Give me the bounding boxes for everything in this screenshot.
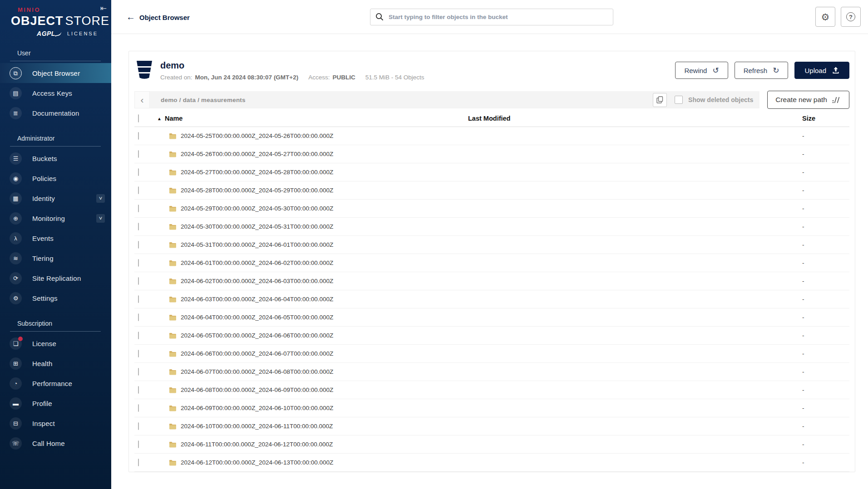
sidebar-item-access-keys[interactable]: ▤ Access Keys ˅ — [0, 83, 111, 103]
sidebar-section-label: Administrator — [0, 132, 111, 146]
row-checkbox[interactable] — [138, 277, 139, 285]
sidebar-item-inspect[interactable]: ⊟ Inspect ˅ — [0, 413, 111, 433]
row-checkbox[interactable] — [138, 386, 139, 394]
object-name[interactable]: 2024-06-04T00:00:00.000Z_2024-06-05T00:0… — [181, 314, 333, 321]
help-button[interactable]: ? — [841, 7, 861, 27]
search-icon — [375, 12, 384, 21]
object-size: - — [799, 132, 849, 139]
row-checkbox[interactable] — [138, 168, 139, 176]
row-checkbox[interactable] — [138, 205, 139, 212]
table-row[interactable]: 2024-06-11T00:00:00.000Z_2024-06-12T00:0… — [134, 435, 849, 454]
row-checkbox[interactable] — [138, 259, 139, 267]
sidebar-item-performance[interactable]: ◔ Performance ˅ — [0, 373, 111, 393]
table-row[interactable]: 2024-06-08T00:00:00.000Z_2024-06-09T00:0… — [134, 381, 849, 399]
show-deleted-checkbox[interactable] — [675, 96, 683, 104]
row-checkbox[interactable] — [138, 459, 139, 466]
settings-button[interactable]: ⚙ — [815, 7, 835, 27]
sidebar-item-label: Identity — [32, 195, 55, 202]
object-name[interactable]: 2024-05-25T00:00:00.000Z_2024-05-26T00:0… — [181, 132, 333, 139]
table-row[interactable]: 2024-06-09T00:00:00.000Z_2024-06-10T00:0… — [134, 399, 849, 417]
table-row[interactable]: 2024-06-07T00:00:00.000Z_2024-06-08T00:0… — [134, 363, 849, 381]
object-name[interactable]: 2024-05-30T00:00:00.000Z_2024-05-31T00:0… — [181, 223, 333, 230]
table-row[interactable]: 2024-05-28T00:00:00.000Z_2024-05-29T00:0… — [134, 181, 849, 200]
table-row[interactable]: 2024-06-12T00:00:00.000Z_2024-06-13T00:0… — [134, 454, 849, 472]
sidebar-item-health[interactable]: ⊞ Health ˅ — [0, 353, 111, 373]
object-name[interactable]: 2024-05-29T00:00:00.000Z_2024-05-30T00:0… — [181, 205, 333, 212]
sidebar-item-site-replication[interactable]: ⟳ Site Replication ˅ — [0, 268, 111, 288]
row-checkbox[interactable] — [138, 241, 139, 249]
table-row[interactable]: 2024-06-05T00:00:00.000Z_2024-06-06T00:0… — [134, 327, 849, 345]
object-name[interactable]: 2024-05-26T00:00:00.000Z_2024-05-27T00:0… — [181, 151, 333, 157]
sidebar-item-events[interactable]: λ Events ˅ — [0, 228, 111, 248]
object-size: - — [799, 459, 849, 466]
performance-icon: ◔ — [10, 377, 22, 390]
sidebar-item-profile[interactable]: ▬ Profile ˅ — [0, 393, 111, 413]
select-all-checkbox[interactable] — [138, 114, 139, 122]
object-name[interactable]: 2024-06-01T00:00:00.000Z_2024-06-02T00:0… — [181, 259, 333, 266]
row-checkbox[interactable] — [138, 422, 139, 430]
sidebar-item-monitoring[interactable]: ⊕ Monitoring ˅ — [0, 208, 111, 228]
row-checkbox[interactable] — [138, 313, 139, 321]
row-checkbox[interactable] — [138, 186, 139, 194]
object-name[interactable]: 2024-06-08T00:00:00.000Z_2024-06-09T00:0… — [181, 386, 333, 393]
folder-icon — [169, 351, 177, 357]
search-input[interactable] — [370, 9, 613, 25]
object-name[interactable]: 2024-05-27T00:00:00.000Z_2024-05-28T00:0… — [181, 169, 333, 176]
rewind-button[interactable]: Rewind ↺ — [675, 62, 728, 79]
row-checkbox[interactable] — [138, 368, 139, 376]
row-checkbox[interactable] — [138, 350, 139, 357]
refresh-button[interactable]: Refresh ↻ — [735, 62, 789, 79]
sidebar-item-buckets[interactable]: ☰ Buckets ˅ — [0, 148, 111, 168]
row-checkbox[interactable] — [138, 150, 139, 158]
object-name[interactable]: 2024-06-05T00:00:00.000Z_2024-06-06T00:0… — [181, 332, 333, 339]
upload-button[interactable]: Upload — [794, 62, 849, 79]
table-row[interactable]: 2024-06-03T00:00:00.000Z_2024-06-04T00:0… — [134, 290, 849, 308]
sidebar-item-call-home[interactable]: ☏ Call Home ˅ — [0, 433, 111, 453]
row-checkbox[interactable] — [138, 295, 139, 303]
breadcrumb-back-button[interactable]: ‹ — [134, 91, 150, 108]
object-name[interactable]: 2024-05-31T00:00:00.000Z_2024-06-01T00:0… — [181, 241, 333, 248]
object-name[interactable]: 2024-06-10T00:00:00.000Z_2024-06-11T00:0… — [181, 423, 333, 430]
object-name[interactable]: 2024-06-12T00:00:00.000Z_2024-06-13T00:0… — [181, 459, 333, 466]
object-name[interactable]: 2024-06-03T00:00:00.000Z_2024-06-04T00:0… — [181, 296, 333, 303]
sidebar-item-settings[interactable]: ⚙ Settings ˅ — [0, 288, 111, 308]
sidebar-item-tiering[interactable]: ≋ Tiering ˅ — [0, 248, 111, 268]
table-row[interactable]: 2024-05-29T00:00:00.000Z_2024-05-30T00:0… — [134, 200, 849, 218]
sidebar-item-policies[interactable]: ◉ Policies ˅ — [0, 168, 111, 188]
sidebar-item-label: Policies — [32, 175, 56, 182]
refresh-icon: ↻ — [773, 67, 779, 74]
object-size: - — [799, 368, 849, 375]
row-checkbox[interactable] — [138, 440, 139, 448]
table-row[interactable]: 2024-06-02T00:00:00.000Z_2024-06-03T00:0… — [134, 272, 849, 290]
row-checkbox[interactable] — [138, 404, 139, 412]
table-row[interactable]: 2024-05-31T00:00:00.000Z_2024-06-01T00:0… — [134, 236, 849, 254]
object-name[interactable]: 2024-06-07T00:00:00.000Z_2024-06-08T00:0… — [181, 368, 333, 375]
row-checkbox[interactable] — [138, 132, 139, 140]
create-new-path-button[interactable]: Create new path — [767, 91, 849, 109]
table-row[interactable]: 2024-05-26T00:00:00.000Z_2024-05-27T00:0… — [134, 145, 849, 163]
column-header-name[interactable]: ▲ Name — [157, 115, 468, 122]
sidebar-item-license[interactable]: ❏ License ˅ — [0, 333, 111, 353]
object-name[interactable]: 2024-06-02T00:00:00.000Z_2024-06-03T00:0… — [181, 278, 333, 284]
chevron-down-icon[interactable]: ˅ — [96, 194, 105, 203]
row-checkbox[interactable] — [138, 332, 139, 339]
table-row[interactable]: 2024-06-04T00:00:00.000Z_2024-06-05T00:0… — [134, 308, 849, 327]
sidebar-item-identity[interactable]: ▦ Identity ˅ — [0, 188, 111, 208]
sidebar-item-documentation[interactable]: ≣ Documentation ˅ — [0, 103, 111, 123]
table-row[interactable]: 2024-05-30T00:00:00.000Z_2024-05-31T00:0… — [134, 218, 849, 236]
copy-path-button[interactable] — [653, 93, 667, 107]
object-name[interactable]: 2024-05-28T00:00:00.000Z_2024-05-29T00:0… — [181, 187, 333, 194]
table-row[interactable]: 2024-05-25T00:00:00.000Z_2024-05-26T00:0… — [134, 127, 849, 145]
object-name[interactable]: 2024-06-09T00:00:00.000Z_2024-06-10T00:0… — [181, 405, 333, 411]
collapse-sidebar-icon[interactable]: ⇤ — [100, 4, 107, 13]
object-name[interactable]: 2024-06-06T00:00:00.000Z_2024-06-07T00:0… — [181, 350, 333, 357]
table-row[interactable]: 2024-05-27T00:00:00.000Z_2024-05-28T00:0… — [134, 163, 849, 181]
table-row[interactable]: 2024-06-06T00:00:00.000Z_2024-06-07T00:0… — [134, 345, 849, 363]
back-arrow-icon[interactable]: ← — [126, 12, 135, 22]
object-name[interactable]: 2024-06-11T00:00:00.000Z_2024-06-12T00:0… — [181, 441, 333, 448]
table-row[interactable]: 2024-06-10T00:00:00.000Z_2024-06-11T00:0… — [134, 417, 849, 435]
table-row[interactable]: 2024-06-01T00:00:00.000Z_2024-06-02T00:0… — [134, 254, 849, 272]
sidebar-item-object-browser[interactable]: ⧉ Object Browser ˅ — [0, 63, 111, 83]
chevron-down-icon[interactable]: ˅ — [96, 214, 105, 223]
row-checkbox[interactable] — [138, 223, 139, 230]
